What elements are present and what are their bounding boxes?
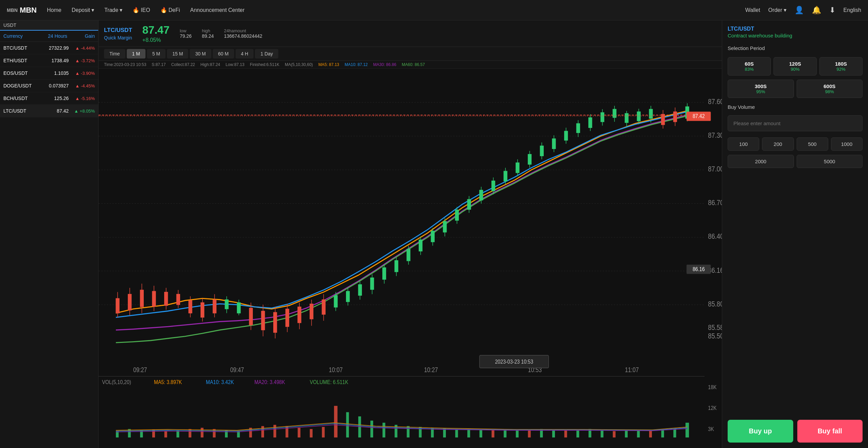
arrow-down-icon: ▲ [75, 96, 80, 101]
nav-announcement[interactable]: Announcement Center [190, 7, 244, 13]
nav-deposit[interactable]: Deposit ▾ [72, 7, 94, 13]
svg-rect-79 [480, 190, 483, 200]
usdt-tab[interactable]: USDT [0, 20, 98, 31]
svg-rect-95 [576, 123, 580, 133]
svg-text:3K: 3K [708, 426, 714, 432]
qa-2000[interactable]: 2000 [728, 155, 794, 168]
svg-rect-145 [225, 430, 228, 437]
svg-rect-179 [637, 430, 640, 437]
svg-text:85.50: 85.50 [708, 332, 722, 340]
svg-rect-83 [504, 171, 507, 181]
15m-btn[interactable]: 15 M [167, 49, 188, 59]
list-item[interactable]: EOS/USDT 1.1035 ▲ -3.90% [0, 67, 98, 80]
chart-controls: Time 1 M 5 M 15 M 30 M 60 M 4 H 1 Day [99, 47, 722, 61]
chart-pair: LTC/USDT [104, 27, 132, 34]
period-label: 300S [728, 83, 794, 89]
nav-home[interactable]: Home [47, 7, 62, 13]
svg-text:MA10: 3.42K: MA10: 3.42K [206, 379, 234, 385]
list-item[interactable]: BCH/USDT 125.26 ▲ -5.16% [0, 92, 98, 105]
svg-rect-29 [176, 294, 180, 305]
list-item[interactable]: LTC/USDT 87.42 ▲ +8.05% [0, 105, 98, 117]
svg-rect-59 [358, 284, 362, 295]
topnav: MBN MBN Home Deposit ▾ Trade ▾ 🔥 IEO 🔥 D… [0, 0, 868, 20]
qa-5000[interactable]: 5000 [797, 155, 863, 168]
gain-value: ▲ -3.72% [69, 58, 95, 63]
time-btn[interactable]: Time [104, 49, 125, 59]
chart-info-bar: Time:2023-03-23 10:53 S:87.17 Collect:87… [99, 61, 722, 69]
5m-btn[interactable]: 5 M [147, 49, 166, 59]
svg-rect-166 [480, 429, 482, 437]
qa-100[interactable]: 100 [728, 137, 759, 151]
svg-rect-172 [552, 430, 555, 437]
amount-stat: 24hamount 136674.86024442 [224, 28, 262, 39]
period-pct: 90% [774, 67, 816, 72]
nav-language[interactable]: English [844, 7, 861, 13]
svg-rect-168 [504, 430, 506, 437]
period-pct: 95% [728, 89, 794, 94]
buy-up-button[interactable]: Buy up [728, 420, 793, 443]
buy-fall-button[interactable]: Buy fall [797, 420, 863, 443]
nav-ieo[interactable]: 🔥 IEO [133, 7, 150, 13]
nav-trade[interactable]: Trade ▾ [104, 7, 122, 13]
svg-rect-91 [552, 139, 556, 149]
ma5-info: MA5: 87.13 [318, 62, 339, 67]
period-60s[interactable]: 60S 83% [728, 57, 771, 76]
list-item[interactable]: ETH/USDT 1738.49 ▲ -3.72% [0, 54, 98, 67]
period-180s[interactable]: 180S 92% [819, 57, 863, 76]
4h-btn[interactable]: 4 H [236, 49, 254, 59]
svg-text:87.30: 87.30 [708, 131, 722, 139]
svg-rect-148 [261, 426, 264, 437]
download-icon[interactable]: ⬇ [829, 6, 835, 15]
price-value: 1738.49 [36, 58, 69, 63]
svg-rect-71 [431, 231, 434, 242]
svg-rect-105 [637, 112, 640, 121]
svg-text:85.80: 85.80 [708, 300, 722, 308]
list-item[interactable]: DOGE/USDT 0.073927 ▲ -4.45% [0, 80, 98, 92]
qa-1000[interactable]: 1000 [831, 137, 863, 151]
svg-rect-176 [601, 430, 603, 437]
chevron-down-icon: ▾ [120, 7, 122, 13]
col-gain-label: Gain [71, 33, 95, 39]
svg-rect-35 [213, 300, 216, 313]
period-300s[interactable]: 300S 95% [728, 80, 794, 98]
svg-rect-151 [298, 428, 300, 437]
bell-icon[interactable]: 🔔 [812, 6, 821, 15]
selection-period-label: Selection Period [728, 45, 863, 51]
svg-text:86.40: 86.40 [708, 232, 722, 240]
svg-rect-65 [395, 261, 398, 272]
user-icon[interactable]: 👤 [795, 6, 804, 15]
svg-rect-55 [334, 296, 337, 308]
nav-order[interactable]: Order ▾ [768, 7, 786, 13]
action-buttons: Buy up Buy fall [728, 416, 863, 443]
svg-rect-75 [455, 210, 458, 220]
fire-icon: 🔥 [133, 7, 139, 13]
list-item[interactable]: BTC/USDT 27322.99 ▲ -4.44% [0, 42, 98, 54]
period-600s[interactable]: 600S 98% [797, 80, 863, 98]
sidebar-header: Currency 24 Hours Gain [0, 31, 98, 42]
quick-amounts-2: 2000 5000 [728, 155, 863, 168]
logo: MBN MBN [7, 6, 37, 15]
pair-label: EOS/USDT [3, 70, 36, 76]
30m-btn[interactable]: 30 M [190, 49, 211, 59]
60m-btn[interactable]: 60 M [213, 49, 234, 59]
svg-rect-173 [564, 430, 567, 437]
svg-rect-178 [625, 430, 628, 437]
svg-rect-158 [382, 423, 385, 437]
svg-text:09:27: 09:27 [133, 366, 147, 374]
qa-500[interactable]: 500 [797, 137, 828, 151]
1m-btn[interactable]: 1 M [127, 49, 145, 59]
period-pct: 92% [820, 67, 862, 72]
svg-rect-19 [116, 298, 119, 313]
period-120s[interactable]: 120S 90% [774, 57, 817, 76]
nav-defi[interactable]: 🔥 DeFi [160, 7, 180, 13]
svg-text:2023-03-23 10:53: 2023-03-23 10:53 [495, 359, 533, 365]
1d-btn[interactable]: 1 Day [255, 49, 278, 59]
amount-input[interactable] [728, 115, 863, 131]
svg-text:VOLUME: 6.511K: VOLUME: 6.511K [310, 379, 349, 385]
qa-200[interactable]: 200 [762, 137, 794, 151]
logo-text: MBN [20, 6, 37, 15]
svg-text:87.42: 87.42 [693, 113, 705, 119]
price-value: 87.42 [36, 108, 69, 114]
nav-wallet[interactable]: Wallet [745, 7, 760, 13]
svg-rect-67 [407, 249, 410, 261]
